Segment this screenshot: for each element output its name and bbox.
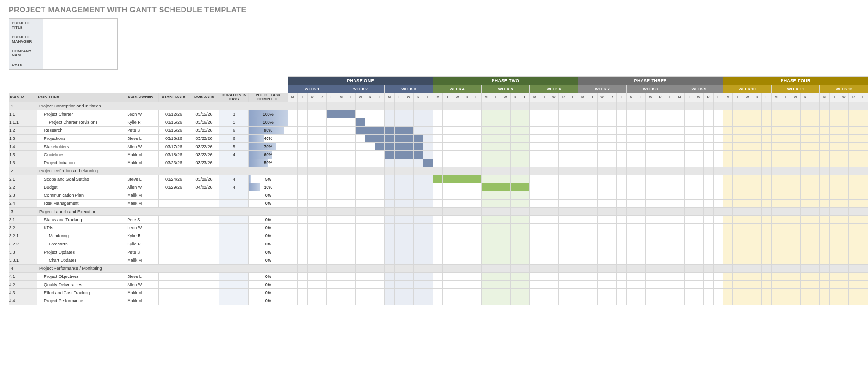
gantt-cell[interactable] [713, 142, 723, 150]
gantt-cell[interactable] [443, 191, 452, 199]
gantt-cell[interactable] [742, 150, 752, 159]
task-title[interactable]: Project Performance [37, 297, 127, 305]
gantt-cell[interactable] [298, 150, 307, 159]
gantt-cell[interactable] [781, 248, 791, 256]
gantt-cell[interactable] [501, 150, 510, 159]
gantt-cell[interactable] [307, 118, 317, 126]
task-owner[interactable]: Malik M [127, 150, 159, 159]
gantt-cell[interactable] [317, 232, 326, 240]
gantt-cell[interactable] [578, 142, 588, 150]
gantt-cell[interactable] [742, 183, 752, 191]
task-pct[interactable]: 90% [248, 126, 288, 134]
gantt-cell[interactable] [375, 183, 385, 191]
gantt-cell[interactable] [414, 199, 423, 207]
gantt-cell[interactable] [423, 191, 433, 199]
gantt-cell[interactable] [482, 240, 491, 248]
gantt-cell[interactable] [317, 280, 326, 288]
gantt-cell[interactable] [298, 118, 307, 126]
gantt-cell[interactable] [520, 110, 529, 118]
gantt-cell[interactable] [288, 248, 298, 256]
gantt-cell[interactable] [394, 159, 404, 167]
gantt-cell[interactable] [685, 280, 694, 288]
gantt-cell[interactable] [723, 232, 732, 240]
gantt-cell[interactable] [327, 118, 336, 126]
gantt-cell[interactable] [462, 223, 472, 232]
gantt-cell[interactable] [626, 150, 636, 159]
gantt-cell[interactable] [781, 223, 791, 232]
gantt-cell[interactable] [761, 272, 771, 280]
gantt-cell[interactable] [385, 280, 394, 288]
gantt-cell[interactable] [820, 110, 829, 118]
gantt-cell[interactable] [578, 232, 588, 240]
gantt-cell[interactable] [539, 272, 549, 280]
gantt-cell[interactable] [530, 256, 539, 264]
gantt-cell[interactable] [394, 232, 404, 240]
gantt-cell[interactable] [298, 248, 307, 256]
gantt-cell[interactable] [772, 199, 781, 207]
gantt-cell[interactable] [810, 248, 820, 256]
task-due[interactable]: 04/02/26 [189, 183, 219, 191]
gantt-cell[interactable] [530, 118, 539, 126]
gantt-cell[interactable] [423, 288, 433, 297]
gantt-cell[interactable] [626, 142, 636, 150]
gantt-cell[interactable] [452, 240, 462, 248]
gantt-cell[interactable] [307, 280, 317, 288]
task-title[interactable]: Project Initiation [37, 159, 127, 167]
gantt-cell[interactable] [327, 183, 336, 191]
gantt-cell[interactable] [414, 142, 423, 150]
gantt-cell[interactable] [568, 191, 578, 199]
gantt-cell[interactable] [772, 142, 781, 150]
gantt-cell[interactable] [617, 240, 626, 248]
gantt-cell[interactable] [607, 126, 617, 134]
gantt-cell[interactable] [646, 280, 655, 288]
gantt-cell[interactable] [520, 183, 529, 191]
gantt-cell[interactable] [346, 232, 355, 240]
gantt-cell[interactable] [404, 134, 413, 142]
gantt-cell[interactable] [810, 110, 820, 118]
gantt-cell[interactable] [423, 272, 433, 280]
gantt-cell[interactable] [694, 142, 704, 150]
gantt-cell[interactable] [491, 191, 501, 199]
gantt-cell[interactable] [636, 256, 645, 264]
gantt-cell[interactable] [733, 118, 742, 126]
gantt-cell[interactable] [829, 118, 839, 126]
gantt-cell[interactable] [626, 223, 636, 232]
gantt-cell[interactable] [472, 297, 481, 305]
gantt-cell[interactable] [800, 297, 810, 305]
gantt-cell[interactable] [375, 134, 385, 142]
task-title[interactable]: Project Updates [37, 248, 127, 256]
gantt-cell[interactable] [355, 118, 365, 126]
task-dur[interactable]: 4 [219, 175, 248, 183]
gantt-cell[interactable] [665, 142, 675, 150]
gantt-cell[interactable] [704, 118, 713, 126]
gantt-cell[interactable] [307, 272, 317, 280]
task-pct[interactable]: 0% [248, 280, 288, 288]
gantt-cell[interactable] [423, 297, 433, 305]
gantt-cell[interactable] [568, 297, 578, 305]
gantt-cell[interactable] [578, 150, 588, 159]
gantt-cell[interactable] [675, 118, 684, 126]
gantt-cell[interactable] [404, 118, 413, 126]
gantt-cell[interactable] [617, 288, 626, 297]
gantt-cell[interactable] [800, 134, 810, 142]
gantt-cell[interactable] [655, 232, 665, 240]
gantt-cell[interactable] [558, 297, 568, 305]
gantt-cell[interactable] [607, 288, 617, 297]
gantt-cell[interactable] [781, 199, 791, 207]
task-start[interactable] [159, 288, 189, 297]
gantt-cell[interactable] [839, 183, 848, 191]
gantt-cell[interactable] [520, 288, 529, 297]
gantt-cell[interactable] [288, 118, 298, 126]
gantt-cell[interactable] [675, 126, 684, 134]
gantt-cell[interactable] [472, 142, 481, 150]
gantt-cell[interactable] [761, 199, 771, 207]
gantt-cell[interactable] [617, 134, 626, 142]
task-pct[interactable]: 0% [248, 215, 288, 223]
gantt-cell[interactable] [665, 297, 675, 305]
gantt-cell[interactable] [839, 215, 848, 223]
gantt-cell[interactable] [336, 215, 346, 223]
gantt-cell[interactable] [307, 134, 317, 142]
task-pct[interactable]: 0% [248, 256, 288, 264]
gantt-cell[interactable] [810, 215, 820, 223]
gantt-cell[interactable] [772, 223, 781, 232]
